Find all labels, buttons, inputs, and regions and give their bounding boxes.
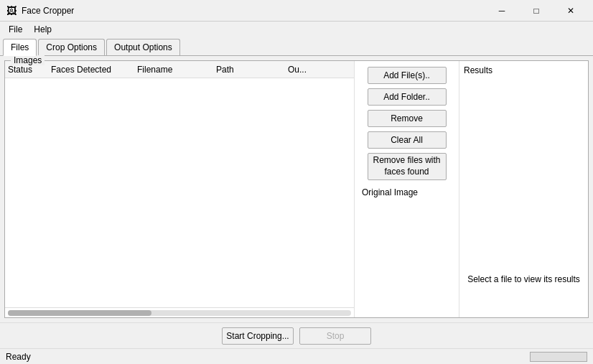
original-image-label: Original Image	[359, 187, 418, 197]
results-content: Select a file to view its results	[464, 80, 584, 313]
select-file-text: Select a file to view its results	[467, 274, 580, 284]
remove-button[interactable]: Remove	[368, 110, 447, 127]
col-header-filename: Filename	[137, 65, 216, 75]
col-header-status: Status	[8, 65, 51, 75]
stop-button[interactable]: Stop	[299, 327, 371, 345]
images-group: Images Status Faces Detected Filename Pa…	[4, 60, 589, 318]
scrollbar-thumb[interactable]	[8, 310, 151, 316]
progress-bar	[530, 352, 587, 362]
clear-all-button[interactable]: Clear All	[368, 131, 447, 149]
file-list-body[interactable]	[5, 78, 354, 307]
tab-bar: Files Crop Options Output Options	[0, 37, 593, 56]
right-panel: Add File(s).. Add Folder.. Remove Clear …	[355, 61, 459, 317]
horizontal-scrollbar[interactable]	[5, 307, 354, 317]
app-icon: 🖼	[6, 5, 17, 17]
menu-bar: File Help	[0, 22, 593, 37]
file-list-area: Status Faces Detected Filename Path Ou..…	[5, 61, 355, 317]
window-controls: ─ □ ✕	[485, 0, 587, 22]
tab-files[interactable]: Files	[3, 39, 37, 56]
images-group-label: Images	[11, 55, 45, 65]
tab-crop-options[interactable]: Crop Options	[38, 39, 105, 55]
scrollbar-track	[8, 310, 351, 316]
main-content: Images Status Faces Detected Filename Pa…	[0, 56, 593, 322]
close-button[interactable]: ✕	[554, 0, 587, 22]
tab-output-options[interactable]: Output Options	[106, 39, 180, 55]
add-folder-button[interactable]: Add Folder..	[368, 88, 447, 106]
bottom-bar: Start Cropping... Stop	[0, 322, 593, 348]
remove-faces-button[interactable]: Remove files withfaces found	[368, 153, 447, 180]
col-header-path: Path	[216, 65, 288, 75]
minimize-button[interactable]: ─	[485, 0, 518, 22]
menu-file[interactable]: File	[3, 23, 28, 36]
title-bar: 🖼 Face Cropper ─ □ ✕	[0, 0, 593, 22]
menu-help[interactable]: Help	[28, 23, 57, 36]
app-title: Face Cropper	[22, 6, 485, 16]
maximize-button[interactable]: □	[520, 0, 553, 22]
col-header-faces: Faces Detected	[51, 65, 137, 75]
table-header: Status Faces Detected Filename Path Ou..…	[5, 61, 354, 78]
status-text: Ready	[6, 352, 530, 362]
status-bar: Ready	[0, 348, 593, 364]
add-files-button[interactable]: Add File(s)..	[368, 67, 447, 84]
results-label: Results	[464, 65, 584, 75]
col-header-output: Ou...	[288, 65, 345, 75]
remove-faces-label: Remove files withfaces found	[373, 155, 440, 177]
start-cropping-button[interactable]: Start Cropping...	[222, 327, 294, 345]
results-panel: Results Select a file to view its result…	[459, 61, 588, 317]
